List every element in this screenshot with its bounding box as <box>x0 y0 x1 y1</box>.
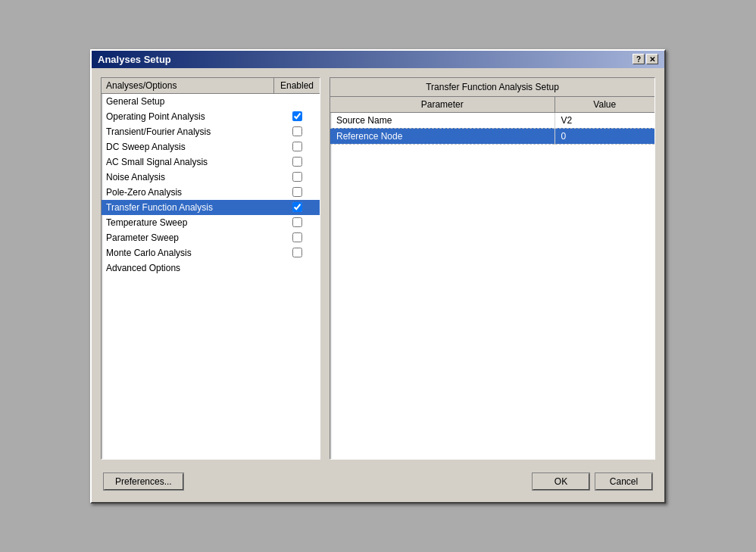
analysis-name-pole-zero: Pole-Zero Analysis <box>102 186 274 199</box>
param-name-reference-node: Reference Node <box>330 128 555 144</box>
content-area: Analyses/Options Enabled General SetupOp… <box>101 77 655 460</box>
checkbox-transfer-function[interactable] <box>292 202 302 212</box>
checkbox-cell-ac-small-signal <box>274 157 320 167</box>
analysis-row-ac-small-signal[interactable]: AC Small Signal Analysis <box>102 154 320 170</box>
col-analyses-header: Analyses/Options <box>102 78 274 93</box>
checkbox-transient-fourier[interactable] <box>292 126 302 136</box>
analysis-row-transient-fourier[interactable]: Transient/Fourier Analysis <box>102 124 320 139</box>
checkbox-ac-small-signal[interactable] <box>292 157 302 167</box>
cancel-button[interactable]: Cancel <box>595 473 652 490</box>
analysis-name-operating-point: Operating Point Analysis <box>102 110 274 123</box>
analysis-row-dc-sweep[interactable]: DC Sweep Analysis <box>102 139 320 154</box>
checkbox-cell-parameter-sweep <box>274 232 320 242</box>
analyses-list-panel: Analyses/Options Enabled General SetupOp… <box>101 77 320 460</box>
checkbox-monte-carlo[interactable] <box>292 248 302 257</box>
analysis-name-noise: Noise Analysis <box>102 170 274 184</box>
parameters-table-header: Parameter Value <box>330 97 654 113</box>
help-button[interactable]: ? <box>633 54 645 64</box>
checkbox-dc-sweep[interactable] <box>292 142 302 151</box>
analysis-row-transfer-function[interactable]: Transfer Function Analysis <box>102 200 320 215</box>
analyses-setup-dialog: Analyses Setup ? ✕ Analyses/Options Enab… <box>90 49 666 504</box>
setup-panel-title: Transfer Function Analysis Setup <box>330 78 654 97</box>
analysis-row-monte-carlo[interactable]: Monte Carlo Analysis <box>102 245 320 260</box>
analysis-name-parameter-sweep: Parameter Sweep <box>102 231 274 245</box>
checkbox-cell-operating-point <box>274 111 320 121</box>
checkbox-noise[interactable] <box>292 172 302 182</box>
bottom-right-buttons: OK Cancel <box>533 473 652 490</box>
checkbox-operating-point[interactable] <box>292 111 302 121</box>
checkbox-parameter-sweep[interactable] <box>292 232 302 242</box>
analysis-row-advanced-options[interactable]: Advanced Options <box>102 260 320 276</box>
title-bar-buttons: ? ✕ <box>633 54 658 64</box>
checkbox-cell-noise <box>274 172 320 182</box>
col-enabled-header: Enabled <box>274 78 320 93</box>
analysis-row-operating-point[interactable]: Operating Point Analysis <box>102 109 320 124</box>
analysis-row-pole-zero[interactable]: Pole-Zero Analysis <box>102 185 320 200</box>
preferences-button[interactable]: Preferences... <box>104 473 183 490</box>
dialog-title: Analyses Setup <box>98 54 171 65</box>
parameters-table: Parameter Value Source NameV2Reference N… <box>330 97 654 145</box>
param-row-source-name[interactable]: Source NameV2 <box>330 112 654 128</box>
analysis-name-transfer-function: Transfer Function Analysis <box>102 201 274 214</box>
analysis-row-parameter-sweep[interactable]: Parameter Sweep <box>102 230 320 245</box>
dialog-body: Analyses/Options Enabled General SetupOp… <box>92 68 664 502</box>
analysis-name-transient-fourier: Transient/Fourier Analysis <box>102 125 274 139</box>
checkbox-cell-temperature-sweep <box>274 217 320 227</box>
param-name-source-name: Source Name <box>330 112 555 128</box>
list-header: Analyses/Options Enabled <box>102 78 320 94</box>
analysis-name-advanced-options: Advanced Options <box>102 261 274 275</box>
title-bar: Analyses Setup ? ✕ <box>92 51 664 68</box>
analysis-name-dc-sweep: DC Sweep Analysis <box>102 140 274 154</box>
analysis-row-general-setup[interactable]: General Setup <box>102 94 320 109</box>
checkbox-cell-pole-zero <box>274 187 320 197</box>
analysis-row-temperature-sweep[interactable]: Temperature Sweep <box>102 215 320 230</box>
close-button[interactable]: ✕ <box>646 54 658 64</box>
analysis-name-temperature-sweep: Temperature Sweep <box>102 216 274 229</box>
checkbox-pole-zero[interactable] <box>292 187 302 197</box>
param-row-reference-node[interactable]: Reference Node0 <box>330 128 654 144</box>
analysis-rows-container: General SetupOperating Point AnalysisTra… <box>102 94 320 276</box>
col-value-header: Value <box>555 97 654 113</box>
analysis-name-general-setup: General Setup <box>102 95 274 108</box>
col-parameter-header: Parameter <box>330 97 555 113</box>
param-value-source-name[interactable]: V2 <box>555 112 654 128</box>
analysis-name-ac-small-signal: AC Small Signal Analysis <box>102 155 274 169</box>
checkbox-cell-monte-carlo <box>274 248 320 257</box>
analysis-row-noise[interactable]: Noise Analysis <box>102 170 320 185</box>
parameters-tbody: Source NameV2Reference Node0 <box>330 112 654 144</box>
checkbox-cell-dc-sweep <box>274 142 320 151</box>
setup-panel: Transfer Function Analysis Setup Paramet… <box>330 77 655 460</box>
checkbox-temperature-sweep[interactable] <box>292 217 302 227</box>
analysis-name-monte-carlo: Monte Carlo Analysis <box>102 246 274 260</box>
checkbox-cell-transient-fourier <box>274 126 320 136</box>
param-value-reference-node[interactable]: 0 <box>555 128 654 144</box>
bottom-bar: Preferences... OK Cancel <box>101 467 655 493</box>
checkbox-cell-transfer-function <box>274 202 320 212</box>
ok-button[interactable]: OK <box>533 473 589 490</box>
